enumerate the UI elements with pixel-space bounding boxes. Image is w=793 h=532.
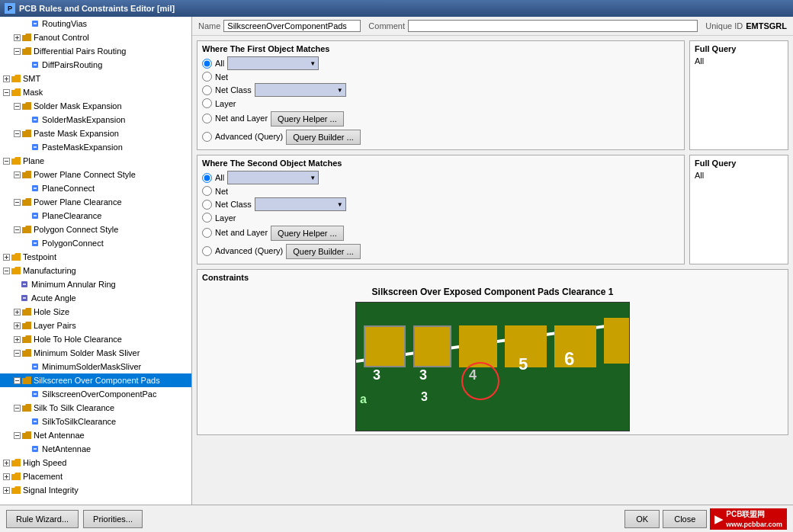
tree-expand-silkscreen-over[interactable] [12,376,21,385]
second-radio-advanced[interactable]: Advanced (Query) Query Builder ... [202,242,679,259]
tree-item-silkscreenovercomp[interactable]: SilkscreenOverComponentPac [0,387,191,401]
tree-item-testpoint[interactable]: Testpoint [0,250,191,264]
ok-btn[interactable]: OK [624,510,660,528]
tree-expand-hole-to-hole[interactable] [12,335,21,344]
tree-expand-paste-mask-exp[interactable] [12,129,21,138]
tree-expand-plane[interactable] [2,156,11,165]
tree-expand-power-plane-connect[interactable] [12,170,21,179]
second-query-helper-btn[interactable]: Query Helper ... [271,226,344,241]
second-radio-netlayer[interactable]: Net and Layer Query Helper ... [202,224,679,241]
tree-item-soldermaskexpansion[interactable]: SolderMaskExpansion [0,113,191,127]
tree-expand-silk-to-silk[interactable] [12,403,21,412]
tree-expand-power-plane-clearance[interactable] [12,197,21,207]
tree-item-planeclearance[interactable]: PlaneClearance [0,209,191,223]
tree-item-silktosilkclearance[interactable]: SilkToSilkClearance [0,415,191,428]
right-content[interactable]: Where The First Object Matches All ▼ Net [192,36,793,505]
tree-expand-net-antennae[interactable] [12,431,21,440]
tree-item-diffpairsrouting[interactable]: DiffPairsRouting [0,58,191,72]
first-radio-net[interactable]: Net [202,72,679,82]
tree-expand-routingvias[interactable] [23,19,30,28]
second-radio-all[interactable]: All ▼ [202,171,679,184]
tree-expand-fanout[interactable] [12,33,21,42]
tree-label-smt: SMT [23,72,40,85]
tree-item-min-annular[interactable]: Minimum Annular Ring [0,277,191,291]
tree-expand-min-annular[interactable] [12,280,19,289]
tree-expand-diffpairs[interactable] [12,46,21,56]
first-radio-all[interactable]: All ▼ [202,56,679,70]
second-radio-netclass[interactable]: Net Class ▼ [202,197,679,211]
right-panel: Name Comment Unique ID EMTSGRL Where The… [192,17,793,505]
tree-expand-testpoint[interactable] [2,252,11,261]
tree-item-power-plane-connect[interactable]: Power Plane Connect Style [0,168,191,181]
tree-expand-layer-pairs[interactable] [12,321,21,330]
first-radio-layer[interactable]: Layer [202,98,679,108]
second-netclass-dropdown[interactable]: ▼ [255,197,346,211]
tree-item-hole-size[interactable]: Hole Size [0,305,191,319]
tree-item-layer-pairs[interactable]: Layer Pairs [0,319,191,332]
tree-expand-polygonconnect[interactable] [23,239,30,248]
second-radio-net[interactable]: Net [202,186,679,196]
tree-item-silk-to-silk[interactable]: Silk To Silk Clearance [0,401,191,415]
name-input[interactable] [223,20,361,32]
tree-item-routingvias[interactable]: RoutingVias [0,17,191,30]
first-radio-advanced[interactable]: Advanced (Query) Query Builder ... [202,128,679,145]
tree-expand-planeclearance[interactable] [23,211,30,220]
first-radio-netclass[interactable]: Net Class ▼ [202,83,679,97]
tree-expand-silktosilkclearance[interactable] [23,417,30,426]
tree-item-silkscreen-over[interactable]: Silkscreen Over Component Pads [0,373,191,387]
priorities-btn[interactable]: Priorities... [83,510,143,528]
tree-expand-hole-size[interactable] [12,307,21,316]
tree-expand-min-solder-sliver[interactable] [12,348,21,357]
tree-expand-polygon-connect[interactable] [12,225,21,234]
tree-expand-pastemaskexpansion[interactable] [23,143,30,152]
tree-item-mask[interactable]: Mask [0,85,191,99]
tree-item-paste-mask-exp[interactable]: Paste Mask Expansion [0,127,191,140]
tree-expand-mask[interactable] [2,88,11,97]
tree-expand-diffpairsrouting[interactable] [23,60,30,69]
rule-wizard-btn[interactable]: Rule Wizard... [6,510,79,528]
first-query-helper-btn[interactable]: Query Helper ... [271,111,344,127]
tree-item-signal-integrity[interactable]: Signal Integrity [0,483,191,497]
second-radio-layer[interactable]: Layer [202,213,679,223]
first-netclass-dropdown[interactable]: ▼ [255,83,346,97]
tree-expand-manufacturing[interactable] [2,266,11,275]
comment-input[interactable] [408,20,698,32]
tree-expand-signal-integrity[interactable] [2,486,11,495]
second-net-dropdown[interactable]: ▼ [227,171,319,184]
tree-expand-high-speed[interactable] [2,458,11,467]
tree-expand-netantennae[interactable] [23,444,30,453]
close-btn[interactable]: Close [663,510,707,528]
tree-expand-placement[interactable] [2,472,11,481]
tree-item-placement[interactable]: Placement [0,470,191,483]
tree-item-netantennae[interactable]: NetAntennae [0,442,191,456]
tree-expand-silkscreenovercomp[interactable] [23,389,30,399]
tree-item-acute-angle[interactable]: Acute Angle [0,291,191,305]
second-query-builder-btn[interactable]: Query Builder ... [286,244,360,259]
tree-item-solder-mask-exp[interactable]: Solder Mask Expansion [0,99,191,113]
tree-item-manufacturing[interactable]: Manufacturing [0,264,191,277]
left-panel[interactable]: RoutingViasFanout ControlDifferential Pa… [0,17,192,505]
tree-item-high-speed[interactable]: High Speed [0,456,191,470]
tree-expand-smt[interactable] [2,74,11,83]
tree-expand-minimumsoldermasksliver[interactable] [23,362,30,371]
tree-item-polygon-connect[interactable]: Polygon Connect Style [0,223,191,236]
first-query-builder-btn[interactable]: Query Builder ... [286,130,360,145]
tree-item-power-plane-clearance[interactable]: Power Plane Clearance [0,195,191,209]
tree-item-minimumsoldermasksliver[interactable]: MinimumSolderMaskSliver [0,360,191,373]
tree-item-pastemaskexpansion[interactable]: PasteMaskExpansion [0,140,191,154]
first-radio-netlayer[interactable]: Net and Layer Query Helper ... [202,110,679,127]
tree-item-plane[interactable]: Plane [0,154,191,168]
tree-expand-planeconnect[interactable] [23,184,30,193]
tree-item-fanout[interactable]: Fanout Control [0,30,191,44]
first-net-dropdown[interactable]: ▼ [227,56,319,70]
tree-item-min-solder-sliver[interactable]: Minimum Solder Mask Sliver [0,346,191,360]
tree-item-polygonconnect[interactable]: PolygonConnect [0,236,191,250]
tree-item-hole-to-hole[interactable]: Hole To Hole Clearance [0,332,191,346]
tree-expand-soldermaskexpansion[interactable] [23,115,30,124]
tree-expand-solder-mask-exp[interactable] [12,101,21,111]
tree-item-smt[interactable]: SMT [0,72,191,85]
tree-item-diffpairs[interactable]: Differential Pairs Routing [0,44,191,58]
tree-item-planeconnect[interactable]: PlaneConnect [0,181,191,195]
tree-item-net-antennae[interactable]: Net Antennae [0,428,191,442]
tree-expand-acute-angle[interactable] [12,293,19,303]
